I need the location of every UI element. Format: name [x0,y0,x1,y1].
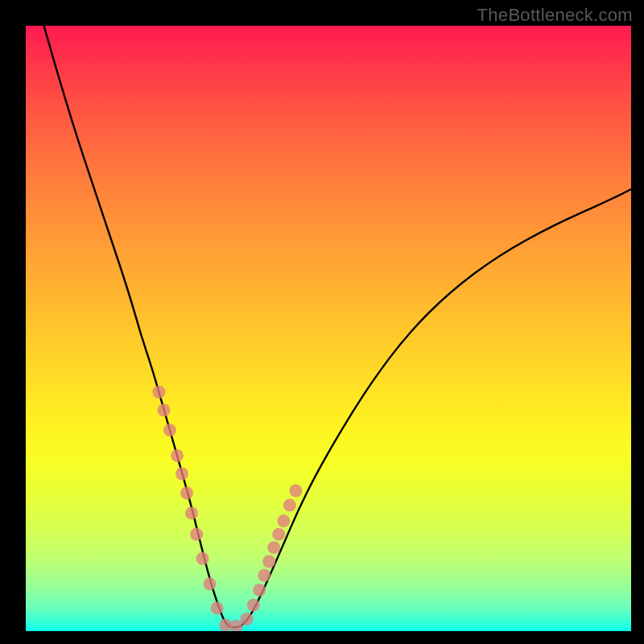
sample-dot [211,601,224,614]
sample-dot [267,541,280,554]
sample-dot [185,506,198,519]
plot-area [26,26,631,631]
sample-dot [171,449,184,462]
sample-dot [247,599,260,612]
sample-dot [272,528,285,541]
sample-dot [253,584,266,597]
sample-dot [204,577,217,590]
sample-dot [180,487,193,500]
chart-svg [26,26,631,631]
chart-frame: TheBottleneck.com [0,0,644,644]
watermark-text: TheBottleneck.com [477,5,633,26]
sample-dot [175,468,188,481]
sample-dot [241,613,254,625]
sample-dot [219,619,232,632]
sample-dot [258,569,270,582]
sample-dot [163,423,176,436]
sample-dot [277,514,290,527]
sample-dot [289,485,302,497]
sample-dot [152,386,165,398]
bottleneck-curve [44,26,631,627]
sample-dot [283,499,296,512]
sample-dot [158,404,171,417]
sample-dots-group [152,386,302,631]
sample-dot [196,552,209,565]
sample-dot [262,555,275,568]
sample-dot [190,528,203,541]
